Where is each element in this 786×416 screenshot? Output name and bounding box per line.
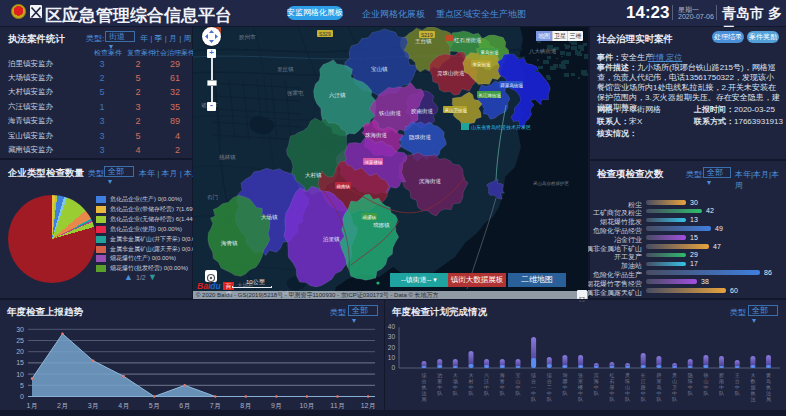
svg-text:6月: 6月 (179, 402, 190, 410)
svg-text:滨海中队: 滨海中队 (594, 372, 600, 396)
svg-text:王台镇: 王台镇 (415, 38, 432, 44)
svg-text:长江路中队: 长江路中队 (641, 372, 647, 402)
svg-text:灵珠山街道: 灵珠山街道 (437, 70, 465, 77)
svg-text:红石崖街道: 红石崖街道 (454, 37, 482, 44)
svg-text:铁山中队: 铁山中队 (703, 372, 709, 396)
svg-text:10月: 10月 (300, 402, 315, 410)
svg-text:10: 10 (16, 371, 24, 378)
svg-text:滨海街道: 滨海街道 (419, 178, 442, 185)
svg-text:张家楼镇: 张家楼镇 (365, 160, 384, 165)
svg-text:宝山中队: 宝山中队 (516, 372, 522, 396)
svg-text:8月: 8月 (240, 402, 251, 410)
svg-text:3月: 3月 (88, 402, 99, 410)
svg-text:30: 30 (16, 326, 24, 333)
svg-text:六汪镇: 六汪镇 (329, 92, 346, 99)
svg-text:5: 5 (20, 382, 24, 389)
svg-text:15: 15 (16, 359, 24, 366)
svg-text:石门: 石门 (207, 194, 218, 201)
svg-text:S219: S219 (421, 32, 433, 38)
svg-text:5月: 5月 (149, 402, 160, 410)
svg-text:里岔镇: 里岔镇 (277, 66, 294, 73)
svg-text:六汪中队: 六汪中队 (484, 372, 490, 396)
svg-text:珠海街道: 珠海街道 (365, 132, 388, 139)
svg-text:藏南镇: 藏南镇 (337, 184, 351, 189)
svg-text:铁山街道: 铁山街道 (378, 110, 402, 117)
svg-text:张家屯: 张家屯 (287, 90, 304, 97)
svg-text:灵山卫街道: 灵山卫街道 (445, 107, 468, 114)
svg-text:胶南中队: 胶南中队 (719, 372, 725, 396)
svg-text:红石崖中队: 红石崖中队 (609, 372, 615, 402)
svg-text:2月: 2月 (57, 402, 68, 410)
svg-text:大场中队: 大场中队 (453, 372, 459, 396)
svg-text:综合执法局: 综合执法局 (422, 372, 427, 403)
svg-text:黄岛执法局: 黄岛执法局 (766, 372, 771, 403)
svg-text:12月: 12月 (361, 402, 376, 410)
svg-text:4月: 4月 (118, 402, 129, 410)
svg-text:琅琊镇: 琅琊镇 (373, 222, 390, 228)
svg-text:综合二中队: 综合二中队 (547, 372, 553, 402)
svg-text:山东省青岛经济技术开发区: 山东省青岛经济技术开发区 (471, 124, 531, 131)
svg-text:薛家岛中队: 薛家岛中队 (656, 372, 662, 402)
svg-text:王台中队: 王台中队 (735, 372, 741, 396)
svg-text:20: 20 (388, 344, 396, 351)
svg-text:大村镇: 大村镇 (305, 172, 322, 179)
svg-text:泊里镇: 泊里镇 (323, 236, 340, 243)
svg-text:泊里中队: 泊里中队 (437, 372, 443, 396)
svg-text:桃林镇: 桃林镇 (219, 154, 236, 161)
svg-text:S329: S329 (319, 31, 331, 37)
svg-text:7月: 7月 (210, 402, 221, 410)
svg-text:30: 30 (388, 333, 396, 340)
svg-text:大场镇: 大场镇 (261, 214, 278, 221)
svg-text:胶南街道: 胶南街道 (411, 108, 434, 115)
svg-text:10: 10 (388, 354, 396, 361)
svg-text:灵山岛自然保护区: 灵山岛自然保护区 (533, 180, 570, 186)
svg-text:海青中队: 海青中队 (500, 372, 506, 396)
svg-text:40: 40 (388, 323, 396, 330)
svg-text:张家楼中队: 张家楼中队 (577, 372, 584, 402)
svg-text:9月: 9月 (271, 402, 282, 410)
svg-text:20: 20 (16, 348, 24, 355)
svg-text:综合一中队: 综合一中队 (531, 372, 537, 402)
svg-text:胶州市: 胶州市 (239, 34, 256, 40)
svg-text:八大峡街道: 八大峡街道 (529, 48, 557, 55)
svg-text:琅琊镇: 琅琊镇 (362, 214, 377, 220)
svg-text:琅琊中队: 琅琊中队 (562, 372, 568, 396)
svg-text:大村中队: 大村中队 (468, 372, 475, 396)
svg-text:0: 0 (391, 364, 395, 371)
svg-text:0: 0 (20, 393, 24, 400)
svg-text:宝山镇: 宝山镇 (371, 66, 388, 72)
svg-text:11月: 11月 (330, 402, 344, 410)
svg-text:25: 25 (16, 337, 24, 344)
svg-text:1月: 1月 (27, 402, 38, 410)
svg-text:灵珠山中队: 灵珠山中队 (624, 372, 631, 402)
svg-text:大数据执法: 大数据执法 (750, 372, 755, 403)
svg-text:隐珠中队: 隐珠中队 (687, 372, 694, 396)
svg-text:灵山卫中队: 灵山卫中队 (672, 372, 678, 402)
svg-text:隐珠街道: 隐珠街道 (409, 134, 432, 141)
svg-text:海青镇: 海青镇 (221, 240, 238, 247)
